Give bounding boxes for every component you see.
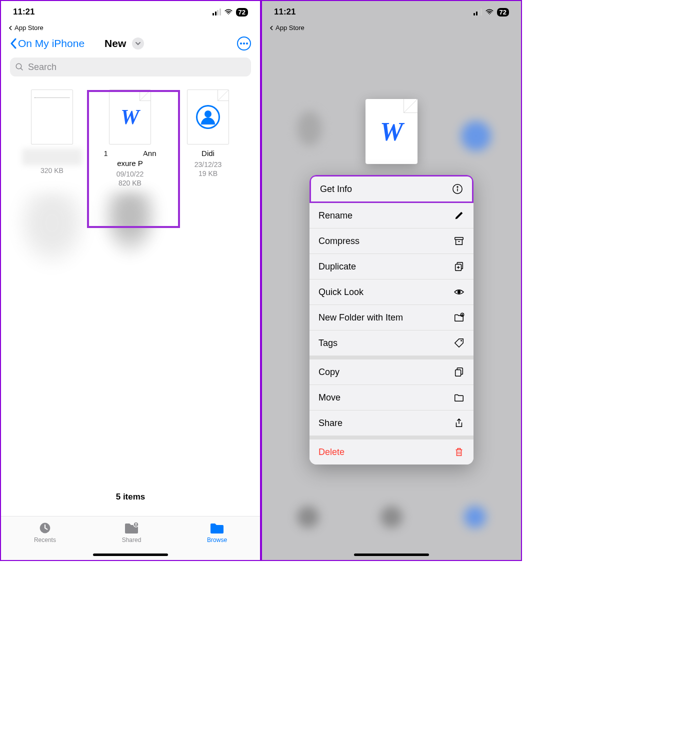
menu-rename[interactable]: Rename xyxy=(310,203,474,228)
svg-point-8 xyxy=(458,290,460,294)
trash-icon xyxy=(454,446,464,458)
item-count: 5 items xyxy=(1,492,260,502)
info-icon xyxy=(452,184,463,194)
nav-back-button[interactable]: On My iPhone xyxy=(10,38,84,50)
menu-copy[interactable]: Copy xyxy=(310,360,474,385)
svg-point-10 xyxy=(460,340,462,342)
wifi-icon xyxy=(224,8,233,16)
tab-browse[interactable]: Browse xyxy=(207,522,227,560)
folder-icon xyxy=(210,522,224,534)
status-bar: 11:21 72 xyxy=(262,1,521,23)
menu-quick-look[interactable]: Quick Look xyxy=(310,280,474,305)
file-item[interactable]: W 1Annexure P 09/10/22 820 KB xyxy=(91,86,169,191)
menu-get-info[interactable]: Get Info xyxy=(310,175,474,203)
context-menu-screen: 11:21 72 App Store W Get Info Rename Com… xyxy=(261,0,522,561)
menu-duplicate[interactable]: Duplicate xyxy=(310,254,474,280)
file-thumbnail xyxy=(187,90,229,144)
clock-icon xyxy=(38,522,52,534)
copy-icon xyxy=(454,366,464,378)
file-item[interactable]: 320 KB xyxy=(13,86,91,191)
svg-rect-11 xyxy=(456,370,461,376)
file-name: 1Annexure P xyxy=(104,148,156,168)
back-to-app[interactable]: App Store xyxy=(1,23,260,32)
menu-tags[interactable]: Tags xyxy=(310,330,474,356)
home-indicator[interactable] xyxy=(93,554,168,556)
file-item[interactable]: Didi 23/12/23 19 KB xyxy=(169,86,247,191)
back-to-app[interactable]: App Store xyxy=(262,23,521,32)
tag-icon xyxy=(454,338,464,348)
folder-plus-icon xyxy=(454,312,464,323)
wifi-icon xyxy=(485,8,494,16)
word-doc-icon: W xyxy=(120,105,139,129)
cell-signal-icon xyxy=(212,8,221,16)
file-size: 19 KB xyxy=(198,170,218,178)
file-size: 820 KB xyxy=(118,179,142,187)
battery-icon: 72 xyxy=(497,8,509,16)
archive-icon xyxy=(454,236,464,246)
menu-compress[interactable]: Compress xyxy=(310,228,474,254)
menu-share[interactable]: Share xyxy=(310,410,474,436)
file-item-blurred xyxy=(91,191,169,271)
search-input[interactable]: Search xyxy=(10,58,251,76)
eye-icon xyxy=(454,286,464,298)
context-menu: Get Info Rename Compress Duplicate Quick… xyxy=(310,175,474,464)
battery-icon: 72 xyxy=(236,8,248,16)
file-date: 23/12/23 xyxy=(194,160,222,168)
file-thumbnail: W xyxy=(109,90,151,144)
more-button[interactable] xyxy=(237,36,251,50)
pencil-icon xyxy=(454,210,464,221)
file-size: 320 KB xyxy=(40,166,64,174)
menu-move[interactable]: Move xyxy=(310,385,474,410)
duplicate-icon xyxy=(454,261,464,272)
file-date: 09/10/22 xyxy=(116,170,144,178)
menu-new-folder[interactable]: New Folder with Item xyxy=(310,305,474,330)
page-title: New xyxy=(104,38,126,50)
home-indicator[interactable] xyxy=(354,554,429,556)
menu-delete[interactable]: Delete xyxy=(310,440,474,464)
files-browse-screen: 11:21 72 App Store On My iPhone New Sear… xyxy=(0,0,261,561)
status-time: 11:21 xyxy=(274,7,296,17)
file-name: Didi xyxy=(202,148,214,158)
files-grid: 320 KB W 1Annexure P 09/10/22 820 KB Did… xyxy=(1,82,260,275)
svg-rect-6 xyxy=(455,238,464,240)
folder-icon xyxy=(454,392,464,403)
nav-bar: On My iPhone New xyxy=(1,32,260,54)
file-thumbnail xyxy=(31,90,73,144)
contact-icon xyxy=(196,105,220,129)
share-icon xyxy=(454,418,464,428)
search-icon xyxy=(15,62,24,72)
word-doc-icon: W xyxy=(380,117,403,146)
file-item-blurred xyxy=(13,191,91,271)
title-chevron-icon[interactable] xyxy=(132,38,144,50)
cell-signal-icon xyxy=(474,8,482,16)
status-bar: 11:21 72 xyxy=(1,1,260,23)
svg-point-5 xyxy=(457,186,458,188)
context-file-preview: W xyxy=(366,99,418,164)
tab-recents[interactable]: Recents xyxy=(34,522,56,560)
status-time: 11:21 xyxy=(13,7,34,17)
svg-point-3 xyxy=(136,523,137,524)
shared-folder-icon xyxy=(124,522,139,534)
